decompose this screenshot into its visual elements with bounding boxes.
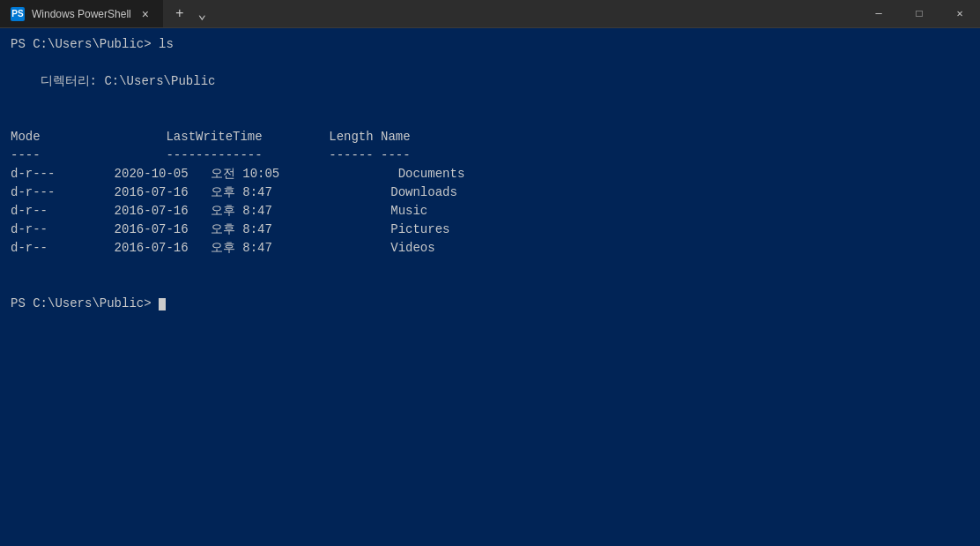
minimize-button[interactable]: — xyxy=(858,0,899,28)
cursor xyxy=(159,298,166,310)
tab-dropdown-button[interactable]: ⌄ xyxy=(193,4,212,25)
powershell-icon-label: PS xyxy=(11,9,23,19)
terminal-output[interactable]: PS C:\Users\Public> ls 디렉터리: C:\Users\Pu… xyxy=(0,28,980,546)
new-tab-button[interactable]: + xyxy=(170,4,189,24)
powershell-icon: PS xyxy=(11,7,25,21)
titlebar: PS Windows PowerShell × + ⌄ — □ ✕ xyxy=(0,0,980,28)
close-button[interactable]: ✕ xyxy=(939,0,980,28)
tab-close-button[interactable]: × xyxy=(138,6,152,22)
terminal-line-1: PS C:\Users\Public> ls 디렉터리: C:\Users\Pu… xyxy=(11,37,464,310)
maximize-button[interactable]: □ xyxy=(899,0,939,28)
tab-actions: + ⌄ xyxy=(163,0,219,27)
tab-area: PS Windows PowerShell × + ⌄ xyxy=(0,0,858,27)
powershell-window: PS Windows PowerShell × + ⌄ — □ ✕ PS C:\… xyxy=(0,0,980,546)
window-controls: — □ ✕ xyxy=(858,0,980,27)
tab-title: Windows PowerShell xyxy=(32,8,131,20)
active-tab[interactable]: PS Windows PowerShell × xyxy=(0,0,163,27)
